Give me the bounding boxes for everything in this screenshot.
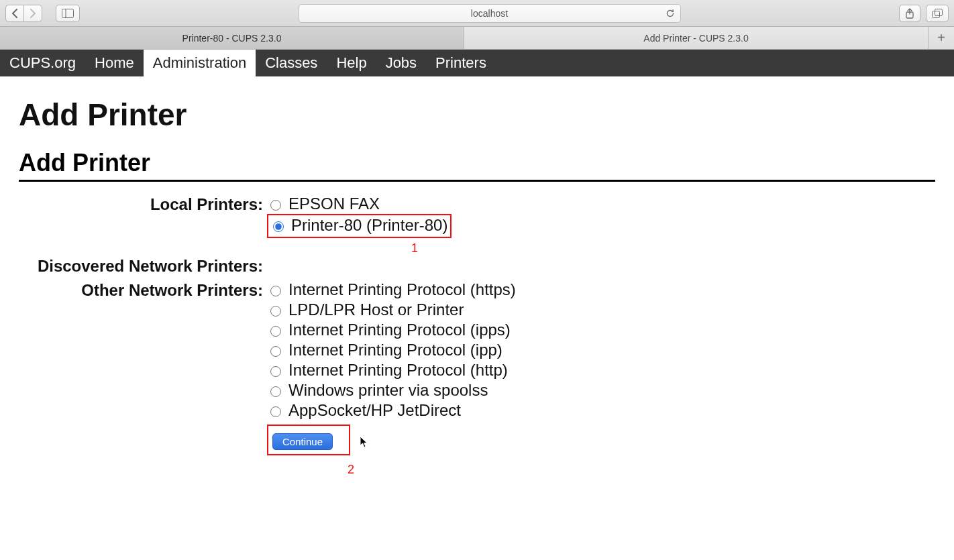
option-label: Windows printer via spoolss bbox=[288, 380, 488, 400]
plus-icon: + bbox=[937, 30, 945, 46]
page-title: Add Printer bbox=[19, 97, 935, 133]
option-label: Printer-80 (Printer-80) bbox=[291, 215, 447, 235]
browser-tabstrip: Printer-80 - CUPS 2.3.0 Add Printer - CU… bbox=[0, 27, 954, 50]
url-bar[interactable]: localhost bbox=[299, 4, 681, 23]
sidebar-toggle-button[interactable] bbox=[56, 5, 80, 22]
annotation-highlight-2: Continue bbox=[267, 425, 350, 455]
other-printer-option-5[interactable]: Windows printer via spoolss bbox=[267, 380, 935, 400]
annotation-callout-1: 1 bbox=[321, 238, 509, 258]
label-other-printers: Other Network Printers: bbox=[19, 280, 267, 301]
radio-printer-80[interactable] bbox=[273, 221, 284, 232]
option-label: EPSON FAX bbox=[288, 194, 380, 214]
reload-icon[interactable] bbox=[666, 9, 675, 18]
radio-ipps[interactable] bbox=[270, 326, 281, 337]
radio-ipp-https[interactable] bbox=[270, 286, 281, 296]
option-label: Internet Printing Protocol (http) bbox=[288, 360, 508, 380]
sidebar-icon bbox=[62, 9, 74, 18]
label-discovered-printers: Discovered Network Printers: bbox=[19, 256, 267, 277]
radio-epson-fax[interactable] bbox=[270, 200, 281, 211]
nav-printers[interactable]: Printers bbox=[426, 50, 496, 76]
share-icon bbox=[905, 8, 914, 19]
option-label: AppSocket/HP JetDirect bbox=[288, 400, 461, 421]
local-printer-option-1[interactable]: Printer-80 (Printer-80) bbox=[270, 215, 447, 235]
add-printer-form: Local Printers: EPSON FAX Printer-80 (Pr… bbox=[19, 194, 935, 480]
radio-windows-spoolss[interactable] bbox=[270, 386, 281, 397]
new-tab-button[interactable]: + bbox=[929, 27, 954, 49]
chevron-left-icon bbox=[11, 9, 18, 18]
share-button[interactable] bbox=[899, 5, 920, 22]
radio-ipp-http[interactable] bbox=[270, 366, 281, 377]
annotation-callout-2: 2 bbox=[307, 459, 394, 480]
nav-administration[interactable]: Administration bbox=[144, 50, 256, 76]
option-label: Internet Printing Protocol (https) bbox=[288, 280, 516, 300]
other-printer-option-0[interactable]: Internet Printing Protocol (https) bbox=[267, 280, 935, 300]
option-label: Internet Printing Protocol (ipps) bbox=[288, 320, 511, 340]
tabs-overview-button[interactable] bbox=[926, 5, 949, 22]
svg-rect-0 bbox=[62, 9, 74, 17]
label-local-printers: Local Printers: bbox=[19, 194, 267, 215]
back-button[interactable] bbox=[5, 5, 23, 22]
cups-nav: CUPS.org Home Administration Classes Hel… bbox=[0, 50, 954, 76]
section-title: Add Printer bbox=[19, 149, 935, 182]
browser-tab-1[interactable]: Add Printer - CUPS 2.3.0 bbox=[464, 27, 929, 49]
other-printer-option-2[interactable]: Internet Printing Protocol (ipps) bbox=[267, 320, 935, 340]
other-printer-option-1[interactable]: LPD/LPR Host or Printer bbox=[267, 300, 935, 320]
browser-toolbar: localhost bbox=[0, 0, 954, 27]
forward-button[interactable] bbox=[23, 5, 42, 22]
svg-rect-3 bbox=[933, 11, 940, 17]
other-printer-option-6[interactable]: AppSocket/HP JetDirect bbox=[267, 400, 935, 421]
nav-jobs[interactable]: Jobs bbox=[376, 50, 426, 76]
nav-home[interactable]: Home bbox=[85, 50, 144, 76]
continue-button[interactable]: Continue bbox=[272, 433, 333, 450]
option-label: Internet Printing Protocol (ipp) bbox=[288, 340, 502, 360]
page-content: Add Printer Add Printer Local Printers: … bbox=[0, 76, 954, 494]
nav-classes[interactable]: Classes bbox=[256, 50, 327, 76]
browser-tab-0[interactable]: Printer-80 - CUPS 2.3.0 bbox=[0, 27, 464, 49]
nav-back-forward-group bbox=[5, 5, 42, 22]
nav-help[interactable]: Help bbox=[327, 50, 376, 76]
nav-cups-org[interactable]: CUPS.org bbox=[0, 50, 85, 76]
other-printer-option-3[interactable]: Internet Printing Protocol (ipp) bbox=[267, 340, 935, 360]
annotation-highlight-1: Printer-80 (Printer-80) bbox=[267, 214, 452, 238]
other-printer-option-4[interactable]: Internet Printing Protocol (http) bbox=[267, 360, 935, 380]
radio-appsocket[interactable] bbox=[270, 406, 281, 417]
radio-lpd[interactable] bbox=[270, 306, 281, 317]
chevron-right-icon bbox=[30, 9, 36, 18]
tab-title: Add Printer - CUPS 2.3.0 bbox=[643, 33, 748, 44]
option-label: LPD/LPR Host or Printer bbox=[288, 300, 464, 320]
tab-title: Printer-80 - CUPS 2.3.0 bbox=[182, 33, 282, 44]
local-printer-option-0[interactable]: EPSON FAX bbox=[267, 194, 935, 214]
radio-ipp[interactable] bbox=[270, 346, 281, 357]
svg-rect-4 bbox=[935, 9, 943, 15]
tabs-icon bbox=[932, 9, 943, 18]
url-text: localhost bbox=[471, 8, 508, 19]
